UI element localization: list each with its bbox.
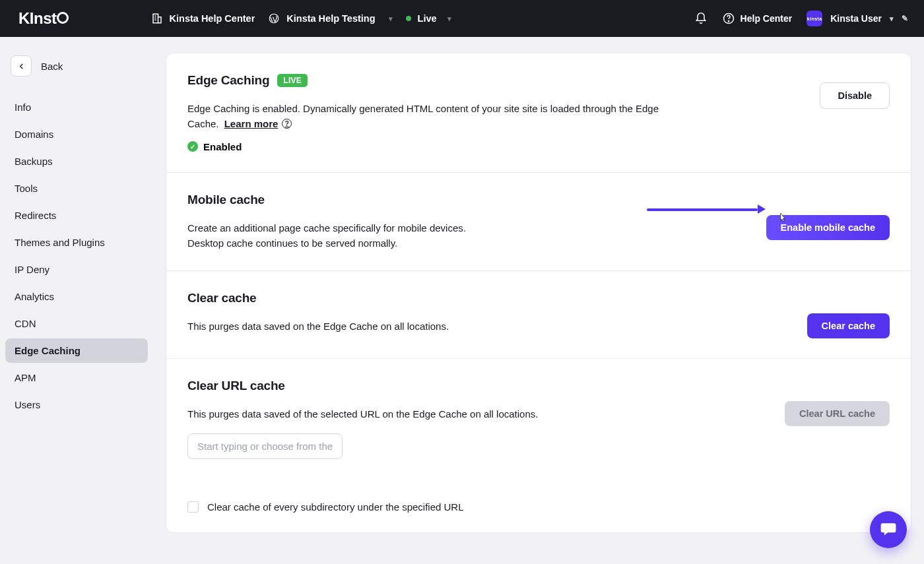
sidebar-item-tools[interactable]: Tools [5, 176, 148, 201]
clear-cache-button[interactable]: Clear cache [807, 313, 890, 338]
back-button[interactable] [11, 55, 32, 77]
wordpress-icon [268, 13, 280, 24]
sidebar-item-apm[interactable]: APM [5, 365, 148, 390]
subdirectory-checkbox-label: Clear cache of every subdirectory under … [207, 501, 464, 513]
sidebar-item-edge-caching[interactable]: Edge Caching [5, 338, 148, 363]
kinsta-logo[interactable]: KInst [18, 9, 69, 28]
cursor-pointer-icon [777, 212, 788, 225]
enabled-label: Enabled [203, 141, 242, 152]
annotation-arrow [647, 206, 766, 212]
back-label: Back [41, 61, 63, 72]
question-circle-icon: ? [282, 119, 292, 129]
sidebar-item-domains[interactable]: Domains [5, 122, 148, 146]
user-name: Kinsta User [830, 13, 882, 24]
mobile-cache-section: Mobile cache Create an additional page c… [166, 173, 911, 272]
disable-button[interactable]: Disable [820, 82, 890, 109]
environment-label: Live [418, 13, 437, 24]
sidebar-item-themes-plugins[interactable]: Themes and Plugins [5, 230, 148, 255]
learn-more-link[interactable]: Learn more ? [224, 116, 292, 131]
breadcrumb: Kinsta Help Center Kinsta Help Testing ▾… [151, 13, 451, 24]
sidebar-item-backups[interactable]: Backups [5, 149, 148, 173]
breadcrumb-site[interactable]: Kinsta Help Center [151, 13, 255, 24]
clear-url-cache-button[interactable]: Clear URL cache [785, 401, 890, 426]
clear-url-cache-description: This purges data saved of the selected U… [187, 406, 663, 422]
edge-caching-heading: Edge Caching LIVE [187, 73, 890, 88]
breadcrumb-project-label: Kinsta Help Testing [286, 13, 375, 24]
sidebar-item-redirects[interactable]: Redirects [5, 203, 148, 228]
sidebar: Back Info Domains Backups Tools Redirect… [0, 37, 153, 564]
svg-point-3 [728, 21, 729, 22]
chevron-down-icon: ▾ [389, 15, 393, 23]
edit-icon[interactable]: ✎ [902, 14, 908, 23]
building-icon [151, 13, 163, 24]
environment-selector[interactable]: Live ▾ [406, 13, 451, 24]
sidebar-item-info[interactable]: Info [5, 95, 148, 119]
live-badge: LIVE [277, 74, 308, 87]
edge-caching-section: Edge Caching LIVE Edge Caching is enable… [166, 53, 911, 173]
help-center-link[interactable]: Help Center [722, 12, 793, 25]
subdirectory-checkbox[interactable] [187, 501, 199, 513]
status-dot-icon [406, 16, 411, 21]
topbar: KInst Kinsta Help Center Kinsta Help Tes… [0, 0, 924, 37]
clear-cache-section: Clear cache This purges data saved on th… [166, 271, 911, 359]
edge-caching-description: Edge Caching is enabled. Dynamically gen… [187, 101, 663, 132]
main-content: Edge Caching LIVE Edge Caching is enable… [153, 37, 924, 564]
chat-fab[interactable] [870, 511, 907, 548]
question-circle-icon [722, 12, 735, 25]
clear-url-cache-heading: Clear URL cache [187, 379, 769, 393]
avatar: kinsta [807, 11, 822, 26]
chat-icon [879, 519, 898, 540]
url-input[interactable] [187, 433, 343, 459]
sidebar-item-users[interactable]: Users [5, 392, 148, 417]
mobile-cache-description: Create an additional page cache specific… [187, 220, 466, 251]
user-menu[interactable]: kinsta Kinsta User ▾ ✎ [807, 11, 908, 26]
help-center-label: Help Center [741, 13, 793, 24]
mobile-cache-heading: Mobile cache [187, 193, 466, 207]
breadcrumb-site-label: Kinsta Help Center [170, 13, 255, 24]
check-circle-icon: ✓ [187, 141, 198, 152]
clear-cache-heading: Clear cache [187, 291, 449, 305]
chevron-down-icon: ▾ [447, 15, 451, 23]
chevron-down-icon: ▾ [890, 15, 894, 23]
sidebar-nav: Info Domains Backups Tools Redirects The… [5, 95, 148, 417]
bell-icon[interactable] [694, 12, 708, 25]
sidebar-item-ip-deny[interactable]: IP Deny [5, 257, 148, 282]
clear-url-cache-section: Clear URL cache This purges data saved o… [166, 359, 911, 532]
sidebar-item-analytics[interactable]: Analytics [5, 284, 148, 309]
clear-cache-description: This purges data saved on the Edge Cache… [187, 319, 449, 334]
breadcrumb-project[interactable]: Kinsta Help Testing ▾ [268, 13, 392, 24]
sidebar-item-cdn[interactable]: CDN [5, 311, 148, 336]
enabled-status: ✓ Enabled [187, 141, 890, 152]
